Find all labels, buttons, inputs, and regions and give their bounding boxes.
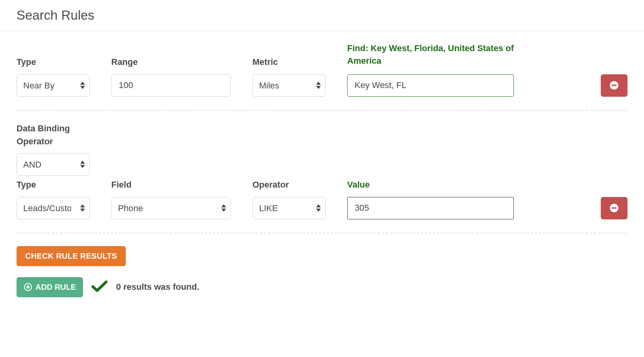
minus-circle-icon (609, 80, 619, 90)
binding-select[interactable]: AND (17, 153, 90, 176)
value-cell: Value (347, 180, 514, 219)
delete-rule-button-2[interactable] (601, 197, 627, 219)
page-title: Search Rules (17, 0, 627, 31)
range-input[interactable] (111, 74, 231, 97)
operator-cell: Operator LIKE (252, 180, 326, 219)
svg-rect-1 (612, 85, 616, 86)
find-input[interactable] (347, 74, 514, 97)
type-label: Type (17, 57, 90, 67)
field-cell: Field Phone (111, 180, 231, 219)
range-cell: Range (111, 57, 231, 97)
delete-rule-button[interactable] (601, 74, 627, 97)
rule-2: Type Leads/Custom Field Phone (17, 176, 627, 234)
type2-select[interactable]: Leads/Custom (17, 197, 90, 219)
plus-circle-icon (24, 283, 32, 291)
svg-rect-6 (26, 287, 30, 288)
field-select[interactable]: Phone (111, 197, 231, 219)
add-rule-label: ADD RULE (35, 283, 76, 292)
binding-block: Data Binding Operator AND (17, 111, 627, 176)
metric-label: Metric (252, 57, 326, 67)
operator-select[interactable]: LIKE (252, 197, 326, 219)
minus-circle-icon (609, 203, 619, 213)
type-cell: Type Near By (17, 57, 90, 97)
find-cell: Find: Key West, Florida, United States o… (347, 42, 516, 97)
check-icon (92, 280, 107, 294)
operator-label: Operator (252, 180, 326, 190)
value-label: Value (347, 180, 514, 190)
check-rule-results-button[interactable]: CHECK RULE RESULTS (17, 246, 126, 266)
add-rule-button[interactable]: ADD RULE (17, 277, 83, 297)
metric-select[interactable]: Miles (252, 74, 326, 97)
value-input[interactable] (347, 197, 514, 219)
type2-label: Type (17, 180, 90, 190)
find-label: Find: Key West, Florida, United States o… (347, 42, 516, 67)
field-label: Field (111, 180, 231, 190)
type-select[interactable]: Near By (17, 74, 90, 97)
metric-cell: Metric Miles (252, 57, 326, 97)
range-label: Range (111, 57, 231, 67)
results-text: 0 results was found. (116, 282, 199, 292)
svg-rect-3 (612, 208, 616, 209)
binding-label: Data Binding Operator (17, 122, 83, 148)
type2-cell: Type Leads/Custom (17, 180, 90, 219)
rule-1: Type Near By Range Metric Miles (17, 31, 627, 111)
actions-block: CHECK RULE RESULTS ADD RULE 0 results wa… (17, 234, 627, 297)
